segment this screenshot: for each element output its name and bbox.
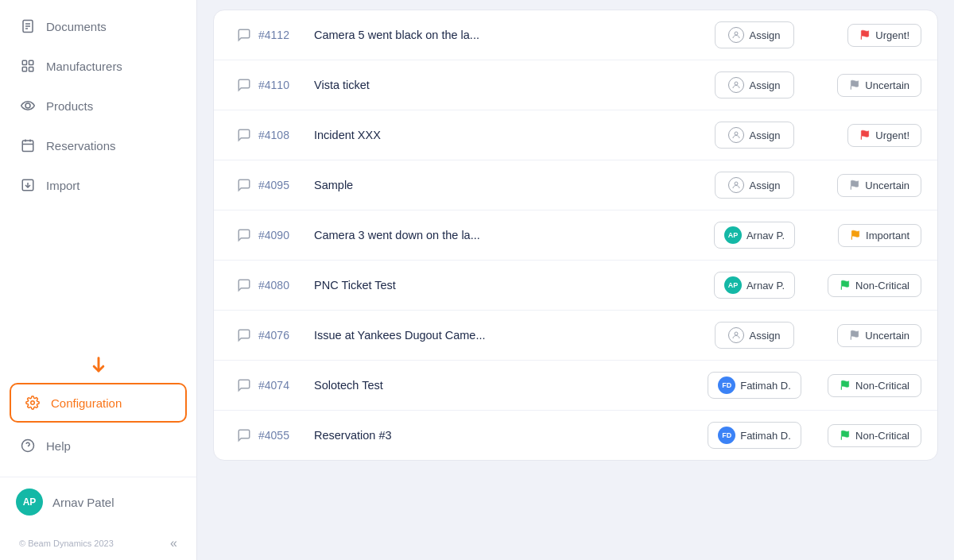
ticket-assignee: Assign [699, 21, 810, 48]
ticket-priority: Urgent! [810, 124, 921, 147]
assignee-name: Arnav P. [747, 280, 785, 292]
assign-label: Assign [749, 79, 780, 91]
priority-label: Uncertain [865, 180, 909, 191]
arrow-indicator [0, 348, 196, 380]
svg-rect-5 [29, 60, 33, 64]
priority-button[interactable]: Non-Critical [828, 274, 921, 297]
priority-button[interactable]: Uncertain [837, 324, 921, 347]
message-icon [230, 428, 258, 442]
ticket-priority: Non-Critical [810, 274, 921, 297]
ticket-priority: Uncertain [810, 74, 921, 97]
assign-icon [728, 77, 744, 93]
priority-label: Non-Critical [855, 280, 909, 292]
assign-label: Assign [749, 129, 780, 141]
flag-icon [850, 230, 861, 241]
ticket-assignee: Assign [699, 322, 810, 349]
ticket-priority: Urgent! [810, 24, 921, 47]
assignee-button[interactable]: AP Arnav P. [714, 222, 795, 249]
chevron-left-icon[interactable]: « [170, 536, 177, 550]
ticket-title: Sample [314, 179, 699, 191]
priority-button[interactable]: Non-Critical [828, 374, 921, 397]
ticket-id: #4090 [258, 229, 314, 241]
assignee-name: Fatimah D. [740, 430, 791, 442]
assignee-avatar: FD [718, 427, 735, 444]
priority-label: Urgent! [875, 29, 909, 41]
sidebar-item-help[interactable]: Help [0, 426, 196, 465]
assign-button[interactable]: Assign [715, 21, 793, 48]
flag-icon [849, 330, 860, 341]
ticket-title: PNC Ticket Test [314, 279, 699, 292]
sidebar: Documents Manufacturers Prod [0, 0, 197, 560]
sidebar-item-products[interactable]: Products [0, 86, 196, 126]
flag-icon [849, 79, 860, 91]
priority-label: Important [866, 230, 909, 241]
flag-icon [859, 29, 871, 41]
assign-label: Assign [749, 330, 780, 342]
ticket-row: #4112Camera 5 went black on the la... As… [214, 10, 937, 60]
flag-icon [840, 380, 851, 391]
priority-button[interactable]: Non-Critical [828, 424, 921, 447]
svg-point-23 [735, 132, 738, 135]
assign-button[interactable]: Assign [715, 172, 793, 199]
ticket-row: #4110Vista ticket Assign Uncertain [214, 60, 937, 110]
sidebar-item-configuration[interactable]: Configuration [10, 383, 187, 423]
camera-icon [19, 97, 37, 114]
assignee-button[interactable]: FD Fatimah D. [708, 372, 801, 399]
svg-point-16 [31, 401, 35, 405]
user-profile[interactable]: AP Arnav Patel [0, 477, 196, 527]
svg-rect-6 [22, 68, 26, 71]
sidebar-item-import[interactable]: Import [0, 165, 196, 205]
svg-rect-9 [22, 141, 33, 152]
sidebar-item-import-label: Import [46, 179, 80, 192]
priority-button[interactable]: Urgent! [847, 24, 921, 47]
sidebar-item-products-label: Products [46, 99, 93, 113]
priority-label: Non-Critical [855, 380, 909, 392]
priority-button[interactable]: Uncertain [837, 74, 921, 97]
assign-label: Assign [749, 29, 780, 41]
sidebar-item-reservations[interactable]: Reservations [0, 126, 196, 165]
priority-label: Non-Critical [855, 430, 909, 442]
priority-button[interactable]: Uncertain [837, 174, 921, 197]
ticket-assignee: FD Fatimah D. [699, 422, 810, 449]
sidebar-item-manufacturers[interactable]: Manufacturers [0, 46, 196, 86]
svg-point-8 [25, 103, 30, 108]
ticket-id: #4074 [258, 379, 314, 392]
assignee-name: Arnav P. [747, 230, 785, 241]
ticket-title: Reservation #3 [314, 429, 699, 442]
message-icon [230, 128, 258, 142]
assign-button[interactable]: Assign [715, 71, 793, 98]
ticket-assignee: FD Fatimah D. [699, 372, 810, 399]
priority-button[interactable]: Urgent! [847, 124, 921, 147]
import-icon [19, 176, 37, 194]
ticket-assignee: AP Arnav P. [699, 222, 810, 249]
ticket-id: #4095 [258, 179, 314, 191]
sidebar-item-configuration-label: Configuration [51, 396, 122, 410]
ticket-id: #4108 [258, 129, 314, 141]
sidebar-item-documents[interactable]: Documents [0, 6, 196, 46]
message-icon [230, 228, 258, 242]
sidebar-nav: Documents Manufacturers Prod [0, 0, 196, 477]
priority-label: Uncertain [865, 79, 909, 91]
gear-icon [24, 394, 41, 411]
assign-button[interactable]: Assign [715, 122, 793, 149]
message-icon [230, 28, 258, 42]
assign-icon [728, 27, 744, 43]
message-icon [230, 78, 258, 92]
flag-icon [840, 280, 851, 291]
ticket-title: Camera 3 went down on the la... [314, 229, 699, 241]
sidebar-item-help-label: Help [46, 439, 71, 453]
ticket-row: #4055Reservation #3 FD Fatimah D. Non-Cr… [214, 411, 937, 460]
ticket-assignee: AP Arnav P. [699, 272, 810, 299]
assign-icon [728, 127, 744, 143]
assignee-button[interactable]: AP Arnav P. [714, 272, 795, 299]
user-name: Arnav Patel [52, 496, 114, 509]
priority-button[interactable]: Important [838, 224, 921, 247]
ticket-priority: Uncertain [810, 324, 921, 347]
assignee-avatar: FD [718, 377, 735, 394]
ticket-row: #4108Incident XXX Assign Urgent! [214, 110, 937, 160]
assignee-button[interactable]: FD Fatimah D. [708, 422, 801, 449]
svg-point-19 [735, 32, 738, 35]
ticket-title: Vista ticket [314, 79, 699, 91]
ticket-priority: Uncertain [810, 174, 921, 197]
assign-button[interactable]: Assign [715, 322, 793, 349]
